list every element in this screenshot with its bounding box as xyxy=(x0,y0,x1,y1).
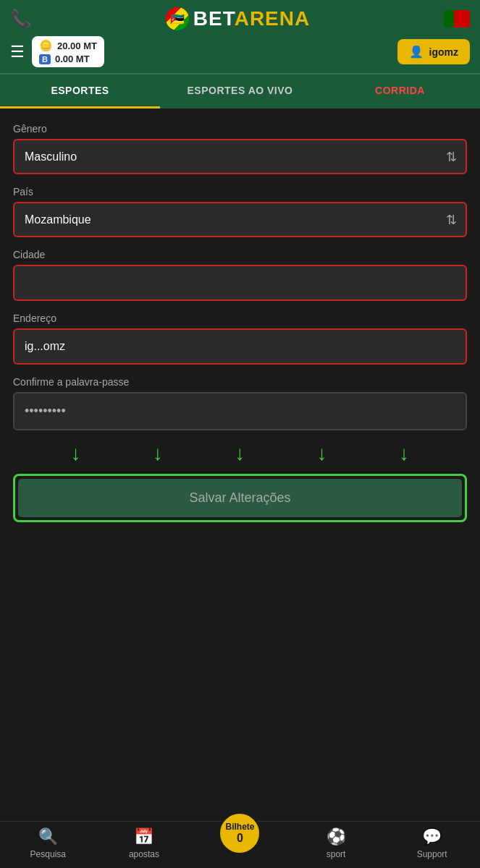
pais-select[interactable]: Mozambique xyxy=(13,202,467,237)
nav-tabs: ESPORTES ESPORTES AO VIVO CORRIDA xyxy=(0,73,480,109)
logo-arena: ARENA xyxy=(235,7,311,30)
bottom-nav-sport[interactable]: ⚽ sport xyxy=(288,827,384,859)
arrow-down-icon-1: ↓ xyxy=(71,443,81,464)
cidade-input[interactable] xyxy=(13,265,467,301)
endereco-group: Endereço xyxy=(13,312,467,365)
tab-esportes[interactable]: ESPORTES xyxy=(0,75,160,109)
senha-group: Confirme a palavra-passe xyxy=(13,376,467,430)
cidade-group: Cidade xyxy=(13,249,467,301)
support-icon: 💬 xyxy=(422,827,442,846)
bottom-nav-bilhete[interactable]: Bilhete 0 xyxy=(192,833,288,854)
user-button[interactable]: 👤 igomz xyxy=(397,39,470,64)
username-label: igomz xyxy=(429,46,458,58)
arrow-down-icon-4: ↓ xyxy=(317,443,327,464)
b-icon: B xyxy=(39,54,51,64)
bilhete-label: Bilhete xyxy=(225,822,254,832)
pais-group: País Mozambique ⇅ xyxy=(13,186,467,237)
bilhete-circle[interactable]: Bilhete 0 xyxy=(218,812,261,855)
balance-coins: 20.00 MT xyxy=(57,41,97,51)
sport-label: sport xyxy=(327,849,346,859)
apostas-label: apostas xyxy=(129,849,159,859)
senha-input[interactable] xyxy=(13,392,467,430)
bilhete-count: 0 xyxy=(237,832,243,845)
calendar-icon: 📅 xyxy=(134,827,153,846)
coin-icon: 🪙 xyxy=(39,39,53,52)
mozambique-flag-icon: 🇲🇿 xyxy=(166,7,189,30)
balance-b: 0.00 MT xyxy=(55,54,90,64)
endereco-input[interactable] xyxy=(13,328,467,365)
logo: 🇲🇿 BETARENA xyxy=(166,7,310,30)
arrow-down-icon-2: ↓ xyxy=(153,443,163,464)
genero-group: Gênero Masculino Feminino ⇅ xyxy=(13,123,467,174)
arrow-down-icon-3: ↓ xyxy=(235,443,245,464)
bottom-nav-support[interactable]: 💬 Support xyxy=(384,827,480,859)
pais-label: País xyxy=(13,186,467,197)
arrow-down-icon-5: ↓ xyxy=(399,443,409,464)
endereco-label: Endereço xyxy=(13,312,467,324)
bottom-nav-pesquisa[interactable]: 🔍 Pesquisa xyxy=(0,827,96,859)
genero-select-wrapper: Masculino Feminino ⇅ xyxy=(13,139,467,174)
pesquisa-label: Pesquisa xyxy=(30,849,66,859)
menu-icon[interactable]: ☰ xyxy=(10,43,25,61)
save-button[interactable]: Salvar Alterações xyxy=(18,479,462,517)
pais-select-wrapper: Mozambique ⇅ xyxy=(13,202,467,237)
sport-icon: ⚽ xyxy=(327,827,346,846)
cidade-label: Cidade xyxy=(13,249,467,260)
phone-icon[interactable]: 📞 xyxy=(10,9,32,29)
logo-bet: BET xyxy=(193,7,235,30)
header: 📞 🇲🇿 BETARENA ☰ 🪙 20.00 MT B 0.00 MT xyxy=(0,0,480,73)
genero-select[interactable]: Masculino Feminino xyxy=(13,139,467,174)
portugal-flag-icon[interactable] xyxy=(444,10,470,27)
senha-label: Confirme a palavra-passe xyxy=(13,376,467,388)
tab-esportes-ao-vivo[interactable]: ESPORTES AO VIVO xyxy=(160,75,320,109)
tab-corrida[interactable]: CORRIDA xyxy=(320,75,480,109)
bottom-nav: 🔍 Pesquisa 📅 apostas Bilhete 0 ⚽ sport 💬… xyxy=(0,821,480,868)
save-btn-wrapper: Salvar Alterações xyxy=(13,474,467,522)
support-label: Support xyxy=(417,849,447,859)
arrows-annotation: ↓ ↓ ↓ ↓ ↓ xyxy=(13,439,467,468)
logo-text: BETARENA xyxy=(193,7,310,30)
genero-label: Gênero xyxy=(13,123,467,135)
search-icon: 🔍 xyxy=(38,827,58,846)
user-icon: 👤 xyxy=(409,45,424,59)
bottom-nav-apostas[interactable]: 📅 apostas xyxy=(96,827,193,859)
balance-box: 🪙 20.00 MT B 0.00 MT xyxy=(32,36,104,67)
main-content: Gênero Masculino Feminino ⇅ País Mozambi… xyxy=(0,109,480,821)
